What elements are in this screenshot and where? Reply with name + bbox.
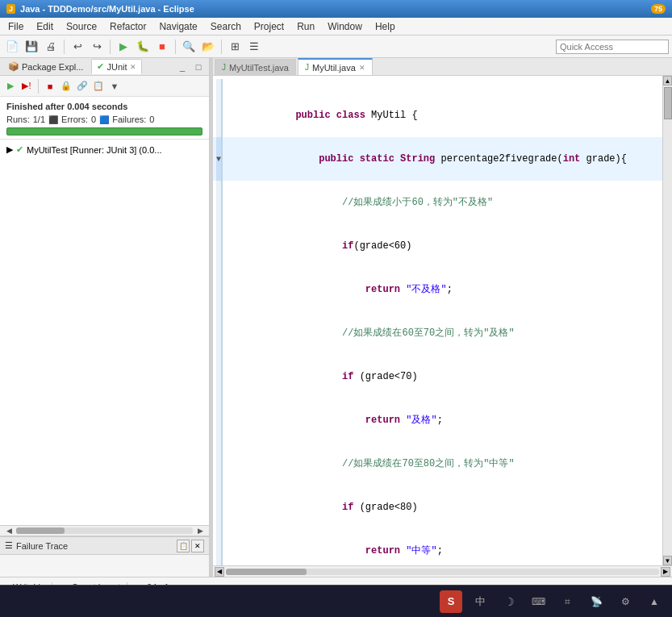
tab-myutil-close[interactable]: ✕ [359, 64, 365, 72]
sogou-input-icon[interactable]: S [440, 590, 462, 613]
open-resource-btn[interactable]: 📂 [199, 38, 217, 56]
keyboard-icon[interactable]: ⌨ [527, 590, 549, 613]
menu-search[interactable]: Search [206, 19, 246, 34]
close-trace-btn[interactable]: ✕ [191, 540, 204, 552]
stop-tests-btn[interactable]: ■ [43, 79, 57, 94]
left-panel: 📦 Package Expl... ✔ JUnit ✕ _ □ ▶ ▶! ■ 🔒… [0, 58, 210, 577]
menu-navigate[interactable]: Navigate [154, 19, 202, 34]
taskbar-icon-5[interactable]: 📡 [585, 590, 607, 613]
toolbar-sep-4 [221, 40, 222, 54]
vscroll-track[interactable] [663, 85, 672, 556]
taskbar-icon-6[interactable]: ⚙ [614, 590, 637, 613]
run-btn[interactable]: ▶ [115, 38, 132, 56]
failure-btns: 📋 ✕ [177, 540, 204, 552]
tab-myutil-icon: J [305, 63, 309, 72]
link-btn[interactable]: 🔗 [75, 79, 90, 94]
rerun-btn[interactable]: ▶ [3, 79, 18, 94]
scroll-track[interactable] [16, 527, 193, 534]
vscroll-up-btn[interactable]: ▲ [663, 76, 672, 85]
new-btn[interactable]: 📄 [3, 38, 21, 56]
code-content-12: return "中等"; [226, 529, 659, 565]
left-scrollbar: ◀ ▶ [0, 525, 209, 536]
test-item[interactable]: ▶ ✔ MyUtilTest [Runner: JUnit 3] (0.0... [0, 143, 209, 156]
editor-container: public class MyUtil { ▼ public static St… [213, 76, 672, 565]
failure-trace-icon: ☰ [5, 540, 13, 551]
tab-junit-close[interactable]: ✕ [130, 63, 136, 71]
tab-package-label: Package Expl... [22, 62, 83, 72]
kw-class: class [336, 110, 371, 121]
taskbar-icon-4[interactable]: ⌗ [556, 590, 578, 613]
code-line-12: return "中等"; [213, 529, 662, 565]
hscroll-left-btn[interactable]: ◀ [215, 567, 224, 577]
taskbar-icon-7[interactable]: ▲ [643, 590, 666, 613]
comment-3: //如果成绩在70至80之间，转为"中等" [342, 458, 515, 469]
horizontal-scrollbar: ◀ ▶ [213, 565, 672, 577]
tab-junit[interactable]: ✔ JUnit ✕ [91, 59, 141, 74]
menu-refactor[interactable]: Refactor [105, 19, 151, 34]
hscroll-right-btn[interactable]: ▶ [661, 567, 670, 577]
undo-btn[interactable]: ↩ [69, 38, 86, 56]
failures-icon: 🟦 [99, 115, 109, 124]
perspective-btn[interactable]: ⊞ [226, 38, 244, 56]
open-type-btn[interactable]: 🔍 [180, 38, 198, 56]
type-string: String [400, 153, 440, 165]
str-3: "中等" [406, 545, 436, 557]
menu-help[interactable]: Help [370, 19, 400, 34]
kw-return-2: return [365, 415, 406, 426]
main-layout: 📦 Package Expl... ✔ JUnit ✕ _ □ ▶ ▶! ■ 🔒… [0, 58, 672, 577]
menu-source[interactable]: Source [61, 19, 102, 34]
menu-run[interactable]: Run [292, 19, 319, 34]
rerun-failed-btn[interactable]: ▶! [19, 79, 34, 94]
vertical-scrollbar[interactable]: ▲ ▼ [662, 76, 672, 565]
failure-header: ☰ Failure Trace 📋 ✕ [0, 537, 209, 555]
expand-icon: ▶ [6, 144, 13, 155]
title-bar: J Java - TDDDemo/src/MyUtil.java - Eclip… [0, 0, 672, 18]
menu-window[interactable]: Window [323, 19, 367, 34]
gutter-8 [216, 355, 223, 398]
lt-sep-1 [38, 79, 39, 94]
gutter-12 [216, 529, 223, 565]
gutter-3[interactable]: ▼ [216, 137, 223, 181]
code-content-8: if (grade<70) [226, 355, 659, 398]
toolbar-sep-3 [175, 40, 176, 54]
tab-myutiltest[interactable]: J MyUtilTest.java [215, 59, 296, 75]
menu-project[interactable]: Project [249, 19, 289, 34]
copy-trace-btn[interactable]: 📋 [177, 540, 190, 552]
code-area[interactable]: public class MyUtil { ▼ public static St… [213, 76, 662, 565]
failure-panel: ☰ Failure Trace 📋 ✕ [0, 536, 209, 577]
moon-icon[interactable]: ☽ [498, 590, 520, 613]
code-content-6: return "不及格"; [226, 268, 659, 311]
code-line-1 [213, 79, 662, 94]
menu-edit[interactable]: Edit [31, 19, 58, 34]
code-content-7: //如果成绩在60至70之间，转为"及格" [226, 311, 659, 355]
maximize-panel-btn[interactable]: □ [191, 60, 206, 74]
code-content-3: public static String percentage2fivegrad… [226, 137, 659, 181]
menu-file[interactable]: File [3, 19, 28, 34]
gutter-11 [216, 486, 223, 529]
hscroll-track[interactable] [226, 569, 659, 575]
lock-btn[interactable]: 🔒 [59, 79, 73, 94]
vscroll-down-btn[interactable]: ▼ [663, 556, 672, 565]
history-btn[interactable]: 📋 [91, 79, 106, 94]
runs-count: 1/1 [33, 115, 45, 124]
minimize-panel-btn[interactable]: _ [175, 60, 190, 74]
menu-lt-btn[interactable]: ▼ [107, 79, 122, 94]
runs-label: Runs: [6, 115, 30, 124]
debug-btn[interactable]: 🐛 [134, 38, 152, 56]
redo-btn[interactable]: ↪ [88, 38, 106, 56]
editor-panel: J MyUtilTest.java J MyUtil.java ✕ [213, 58, 672, 577]
title-icon: J [6, 4, 15, 14]
stop-btn[interactable]: ■ [153, 38, 171, 56]
window-title: Java - TDDDemo/src/MyUtil.java - Eclipse [20, 4, 194, 14]
tab-myutil[interactable]: J MyUtil.java ✕ [298, 58, 373, 75]
view-btn[interactable]: ☰ [245, 38, 263, 56]
chinese-input-icon[interactable]: 中 [469, 590, 491, 613]
print-btn[interactable]: 🖨 [42, 38, 60, 56]
tab-package-explorer[interactable]: 📦 Package Expl... [3, 60, 88, 73]
save-btn[interactable]: 💾 [23, 38, 40, 56]
quick-access-input[interactable] [556, 40, 669, 54]
failures-label: Failures: [112, 115, 146, 124]
code-line-3: ▼ public static String percentage2fivegr… [213, 137, 662, 181]
code-line-5: if(grade<60) [213, 224, 662, 268]
kw-return-1: return [365, 284, 406, 295]
